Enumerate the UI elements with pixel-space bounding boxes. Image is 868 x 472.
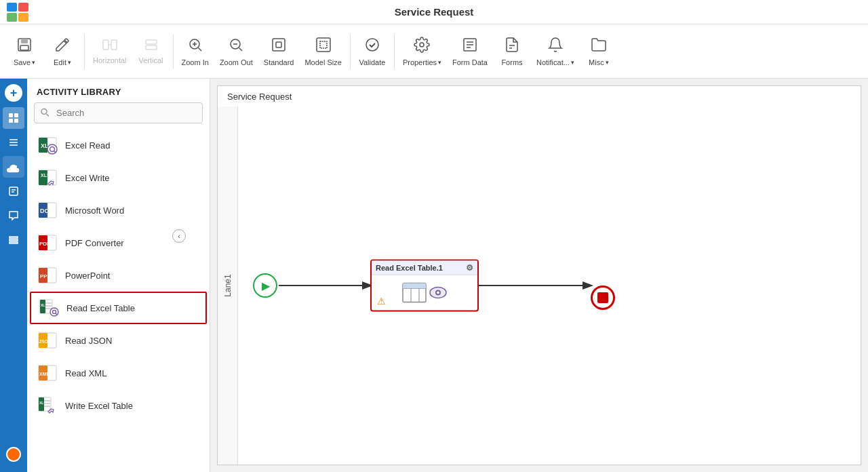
svg-line-41: [47, 114, 50, 117]
form-data-icon: [462, 37, 478, 56]
misc-button[interactable]: Misc▾: [581, 28, 616, 75]
toolbar-divider-3: [350, 35, 351, 68]
svg-rect-37: [9, 237, 18, 238]
horizontal-button[interactable]: Horizontal: [89, 28, 131, 75]
excel-write-label: Excel Write: [65, 173, 110, 183]
library-item-write-excel-table[interactable]: XLS Write Excel Table: [27, 389, 210, 422]
forms-button[interactable]: Forms: [494, 28, 530, 75]
toolbar-divider-1: [84, 35, 85, 68]
form-data-button[interactable]: Form Data: [448, 28, 492, 75]
library-title: ACTIVITY LIBRARY: [27, 79, 210, 102]
validate-button[interactable]: Validate: [355, 28, 390, 75]
orange-circle-button[interactable]: [3, 444, 24, 465]
pdf-label: PDF Converter: [65, 238, 124, 248]
grid-icon-button[interactable]: [3, 107, 24, 129]
svg-text:PPT: PPT: [40, 273, 51, 279]
activity-gear-icon[interactable]: ⚙: [466, 263, 473, 273]
svg-text:XLS: XLS: [41, 303, 47, 307]
activity-library: ACTIVITY LIBRARY XLS: [27, 79, 210, 472]
text-icon-button[interactable]: [3, 180, 24, 202]
chat-icon-button[interactable]: [3, 205, 24, 227]
library-item-read-json[interactable]: JSON Read JSON: [27, 324, 210, 357]
canvas-container: Service Request Lane1: [217, 85, 861, 465]
bars-icon-button[interactable]: [3, 229, 24, 251]
stop-icon: [597, 292, 608, 303]
library-list: XLS Excel Read XLS: [27, 129, 210, 472]
svg-rect-39: [9, 242, 18, 243]
activity-node-body: ⚠: [372, 275, 477, 311]
flow-svg: [238, 106, 861, 465]
edit-button[interactable]: Edit▾: [45, 28, 80, 75]
canvas-inner: Lane1: [218, 106, 861, 465]
activity-table-icon: [401, 282, 427, 304]
horizontal-icon: [102, 39, 118, 54]
write-excel-table-icon: XLS: [37, 395, 58, 416]
app-header: Service Request: [0, 0, 868, 24]
svg-text:XLS: XLS: [39, 401, 46, 405]
zoom-out-button[interactable]: Zoom Out: [216, 28, 257, 75]
model-size-icon: [315, 37, 332, 56]
svg-text:DOC: DOC: [40, 208, 54, 214]
excel-read-label: Excel Read: [65, 140, 110, 151]
activity-node-header: Read Excel Table.1 ⚙: [372, 261, 477, 275]
library-search-container: [34, 102, 203, 123]
ms-word-icon: DOC: [37, 199, 58, 221]
vertical-button[interactable]: Vertical: [134, 28, 169, 75]
svg-rect-27: [9, 113, 13, 117]
model-size-button[interactable]: Model Size: [300, 28, 345, 75]
edit-icon: [54, 37, 71, 56]
list-icon-button[interactable]: [3, 132, 24, 153]
standard-icon: [271, 37, 287, 56]
library-item-read-xml[interactable]: XML Read XML: [27, 357, 210, 389]
add-item-button[interactable]: +: [5, 84, 22, 102]
standard-button[interactable]: Standard: [260, 28, 298, 75]
svg-rect-16: [273, 39, 285, 51]
library-item-powerpoint[interactable]: PPT PowerPoint: [27, 259, 210, 292]
canvas-title: Service Request: [227, 92, 292, 102]
svg-line-15: [239, 47, 243, 51]
app-logo: [7, 3, 28, 22]
svg-rect-87: [403, 283, 411, 289]
search-icon: [40, 107, 50, 119]
main-area: +: [0, 79, 868, 472]
activity-eye-icon: [429, 286, 448, 300]
svg-rect-2: [20, 45, 28, 50]
library-item-excel-write[interactable]: XLS Excel Write: [27, 161, 210, 194]
properties-button[interactable]: Properties▾: [399, 28, 446, 75]
save-button[interactable]: Save▾: [7, 28, 42, 75]
svg-rect-4: [111, 40, 117, 50]
svg-point-19: [366, 39, 378, 51]
svg-rect-89: [419, 283, 426, 289]
svg-rect-28: [14, 113, 18, 117]
ms-word-label: Microsoft Word: [65, 205, 124, 216]
zoom-out-icon: [228, 37, 244, 56]
collapse-button[interactable]: ‹: [172, 229, 186, 243]
powerpoint-icon: PPT: [37, 264, 58, 286]
svg-point-20: [420, 43, 424, 47]
canvas-area[interactable]: Service Request Lane1: [210, 79, 868, 472]
toolbar-divider-4: [394, 35, 395, 68]
lane: Lane1: [218, 106, 861, 465]
properties-icon: [414, 37, 430, 56]
library-item-excel-read[interactable]: XLS Excel Read: [27, 129, 210, 161]
activity-node-read-excel[interactable]: Read Excel Table.1 ⚙ ⚠: [370, 260, 479, 312]
powerpoint-label: PowerPoint: [65, 271, 110, 281]
svg-text:PDF: PDF: [39, 241, 50, 247]
vertical-icon: [143, 39, 159, 54]
search-input[interactable]: [34, 102, 203, 123]
zoom-in-button[interactable]: Zoom In: [178, 28, 213, 75]
svg-rect-38: [9, 239, 18, 241]
cloud-icon-button[interactable]: [3, 156, 24, 178]
notification-icon: [547, 37, 564, 56]
notification-button[interactable]: Notificat...▾: [532, 28, 578, 75]
sidebar-icons: +: [0, 79, 27, 472]
read-excel-table-label: Read Excel Table: [66, 303, 135, 313]
library-item-ms-word[interactable]: DOC Microsoft Word: [27, 194, 210, 227]
svg-rect-18: [317, 38, 330, 52]
read-excel-table-icon: XLS: [38, 297, 60, 319]
svg-rect-17: [276, 42, 281, 47]
play-icon: ▶: [262, 279, 270, 292]
read-xml-icon: XML: [37, 362, 58, 384]
svg-text:JSON: JSON: [39, 339, 52, 344]
library-item-read-excel-table[interactable]: XLS Read Excel Table: [30, 292, 207, 324]
